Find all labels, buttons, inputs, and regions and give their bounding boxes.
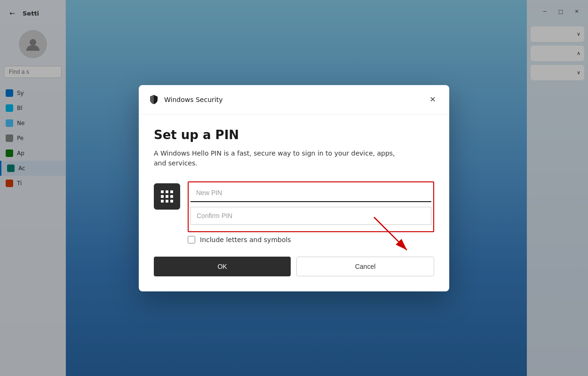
keypad-dot bbox=[166, 200, 168, 203]
include-symbols-checkbox[interactable] bbox=[188, 236, 195, 243]
ok-button[interactable]: OK bbox=[154, 257, 291, 276]
keypad-dot bbox=[166, 195, 168, 198]
new-pin-input[interactable] bbox=[191, 184, 431, 202]
keypad-dot bbox=[170, 200, 173, 203]
windows-security-icon bbox=[148, 94, 159, 105]
pin-fields: Include letters and symbols bbox=[188, 181, 434, 243]
dialog-title: Windows Security bbox=[164, 96, 426, 103]
keypad-dot bbox=[161, 190, 164, 193]
dialog-close-button[interactable]: ✕ bbox=[426, 93, 440, 107]
keypad-icon bbox=[154, 183, 180, 210]
pin-fields-highlight bbox=[188, 181, 434, 232]
dialog-body: Set up a PIN A Windows Hello PIN is a fa… bbox=[139, 115, 449, 291]
dialog-description: A Windows Hello PIN is a fast, secure wa… bbox=[154, 149, 398, 168]
dialog-heading: Set up a PIN bbox=[154, 128, 434, 142]
pin-section: Include letters and symbols bbox=[154, 181, 434, 243]
dialog: Windows Security ✕ Set up a PIN A Window… bbox=[139, 85, 449, 291]
confirm-pin-wrapper bbox=[191, 207, 431, 225]
keypad-dot bbox=[170, 195, 173, 198]
new-pin-wrapper bbox=[191, 184, 431, 202]
dialog-footer: OK Cancel bbox=[154, 257, 434, 276]
cancel-button[interactable]: Cancel bbox=[296, 257, 434, 276]
checkbox-row: Include letters and symbols bbox=[188, 236, 434, 243]
keypad-dot bbox=[161, 200, 164, 203]
keypad-dot bbox=[161, 195, 164, 198]
confirm-pin-input[interactable] bbox=[191, 207, 431, 225]
keypad-dot bbox=[166, 190, 168, 193]
keypad-dot bbox=[170, 190, 173, 193]
dialog-titlebar: Windows Security ✕ bbox=[139, 85, 449, 115]
modal-overlay: Windows Security ✕ Set up a PIN A Window… bbox=[0, 0, 588, 376]
checkbox-label: Include letters and symbols bbox=[200, 236, 291, 243]
